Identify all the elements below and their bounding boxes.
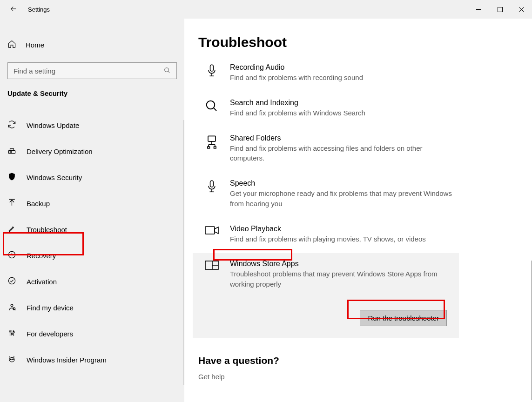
sidebar-item-label: Windows Insider Program — [27, 356, 107, 364]
svg-point-20 — [11, 333, 13, 335]
svg-point-21 — [13, 331, 14, 333]
sidebar-nav: Windows Update Delivery Optimization Win… — [0, 113, 184, 372]
sidebar-item-label: Troubleshoot — [27, 226, 67, 234]
window-controls — [468, 0, 532, 19]
troubleshoot-item-desc: Find and fix problems with Windows Searc… — [230, 108, 512, 118]
troubleshoot-item-video-playback[interactable]: Video Playback Find and fix problems wit… — [198, 218, 518, 253]
titlebar: Settings — [0, 0, 532, 19]
window-title: Settings — [28, 6, 50, 13]
troubleshoot-item-desc: Find and fix problems with playing movie… — [230, 234, 512, 244]
svg-point-23 — [10, 359, 11, 360]
search-icon — [163, 67, 171, 75]
sidebar-section-heading: Update & Security — [0, 89, 184, 97]
sync-icon — [7, 120, 16, 130]
wrench-icon — [7, 224, 16, 234]
sidebar-item-label: Activation — [27, 278, 57, 286]
svg-point-8 — [11, 152, 12, 153]
sidebar-item-windows-update[interactable]: Windows Update — [0, 113, 184, 137]
svg-point-19 — [9, 331, 11, 332]
svg-line-29 — [214, 108, 216, 111]
run-troubleshooter-button[interactable]: Run the troubleshooter — [360, 310, 447, 326]
recovery-icon — [7, 250, 16, 261]
svg-point-7 — [10, 152, 11, 153]
svg-point-13 — [11, 304, 13, 307]
check-circle-icon — [7, 276, 16, 287]
troubleshoot-item-text: Speech Get your microphone ready and fix… — [230, 179, 458, 209]
svg-point-12 — [8, 277, 15, 284]
svg-line-5 — [168, 71, 169, 73]
sidebar-item-troubleshoot[interactable]: Troubleshoot — [0, 217, 184, 241]
microphone-icon — [204, 64, 220, 80]
store-apps-icon — [204, 260, 220, 276]
sidebar-item-find-my-device[interactable]: Find my device — [0, 295, 184, 320]
sidebar-item-backup[interactable]: Backup — [0, 191, 184, 215]
page-title: Troubleshoot — [198, 34, 518, 50]
sidebar-item-label: For developers — [27, 330, 73, 338]
svg-rect-1 — [498, 7, 502, 12]
troubleshoot-item-title: Video Playback — [230, 225, 512, 233]
troubleshoot-item-title: Windows Store Apps — [230, 260, 453, 268]
search-input[interactable] — [13, 67, 160, 75]
sidebar-item-recovery[interactable]: Recovery — [0, 243, 184, 268]
sidebar-item-activation[interactable]: Activation — [0, 269, 184, 294]
sidebar-home-label: Home — [26, 41, 44, 49]
troubleshoot-item-windows-store-apps[interactable]: Windows Store Apps Troubleshoot problems… — [193, 253, 459, 338]
sidebar: Home Update & Security Windows Update De… — [0, 19, 184, 402]
video-icon — [204, 225, 220, 241]
get-help-link[interactable]: Get help — [198, 373, 518, 381]
svg-point-4 — [165, 67, 169, 72]
question-heading: Have a question? — [198, 355, 518, 366]
delivery-icon — [7, 146, 16, 156]
network-folder-icon — [204, 134, 220, 150]
troubleshoot-item-shared-folders[interactable]: Shared Folders Find and fix problems wit… — [198, 127, 518, 172]
troubleshoot-item-text: Shared Folders Find and fix problems wit… — [230, 134, 458, 164]
troubleshoot-item-text: Search and Indexing Find and fix problem… — [230, 99, 512, 118]
troubleshoot-item-recording-audio[interactable]: Recording Audio Find and fix problems wi… — [198, 57, 518, 91]
troubleshoot-item-speech[interactable]: Speech Get your microphone ready and fix… — [198, 173, 518, 217]
svg-point-28 — [207, 101, 215, 109]
svg-line-15 — [15, 309, 16, 310]
find-device-icon — [7, 302, 16, 313]
maximize-button[interactable] — [489, 0, 511, 19]
developers-icon — [7, 328, 16, 339]
svg-rect-30 — [208, 136, 215, 141]
search-box[interactable] — [7, 62, 177, 79]
run-button-wrap: Run the troubleshooter — [230, 310, 453, 326]
svg-rect-35 — [208, 147, 210, 148]
main: Home Update & Security Windows Update De… — [0, 19, 532, 402]
troubleshoot-item-title: Recording Audio — [230, 63, 512, 72]
troubleshoot-item-text: Video Playback Find and fix problems wit… — [230, 225, 512, 244]
back-icon[interactable] — [9, 5, 18, 14]
titlebar-left: Settings — [0, 5, 50, 14]
sidebar-item-windows-security[interactable]: Windows Security — [0, 165, 184, 189]
insider-icon — [7, 355, 16, 365]
svg-rect-37 — [210, 181, 214, 187]
home-icon — [7, 40, 16, 50]
troubleshoot-item-desc: Troubleshoot problems that may prevent W… — [230, 269, 453, 289]
svg-rect-36 — [214, 147, 216, 148]
shield-icon — [7, 172, 16, 182]
troubleshoot-item-desc: Find and fix problems with recording sou… — [230, 73, 512, 83]
close-button[interactable] — [511, 0, 532, 19]
backup-icon — [7, 198, 16, 208]
sidebar-item-delivery-optimization[interactable]: Delivery Optimization — [0, 139, 184, 163]
sidebar-home[interactable]: Home — [0, 35, 184, 54]
troubleshoot-item-title: Speech — [230, 179, 458, 188]
sidebar-item-label: Recovery — [27, 252, 56, 260]
sidebar-item-for-developers[interactable]: For developers — [0, 322, 184, 346]
sidebar-item-label: Find my device — [27, 304, 74, 312]
sidebar-item-label: Delivery Optimization — [27, 147, 93, 155]
troubleshoot-item-desc: Find and fix problems with accessing fil… — [230, 143, 458, 164]
sidebar-item-label: Windows Update — [27, 121, 79, 129]
troubleshoot-item-title: Shared Folders — [230, 134, 458, 142]
svg-rect-40 — [205, 227, 215, 234]
troubleshoot-item-search-indexing[interactable]: Search and Indexing Find and fix problem… — [198, 92, 518, 127]
troubleshoot-item-title: Search and Indexing — [230, 99, 512, 107]
sidebar-item-windows-insider[interactable]: Windows Insider Program — [0, 348, 184, 372]
microphone-icon — [204, 180, 220, 195]
content: Troubleshoot Recording Audio Find and fi… — [184, 19, 532, 402]
svg-point-24 — [13, 359, 13, 360]
minimize-button[interactable] — [468, 0, 489, 19]
magnify-icon — [204, 99, 220, 115]
troubleshoot-item-desc: Get your microphone ready and fix proble… — [230, 188, 458, 209]
